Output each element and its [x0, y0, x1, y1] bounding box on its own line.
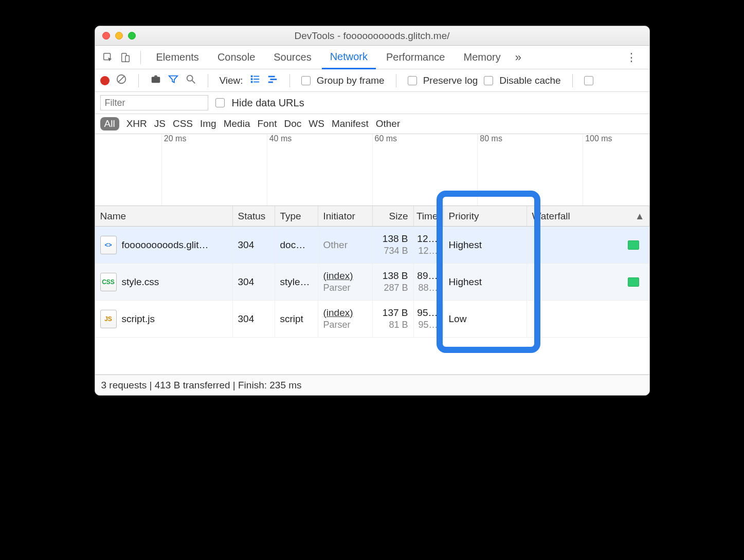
type-filter-other[interactable]: Other — [376, 118, 401, 129]
cell-time: 89…88… — [414, 264, 444, 300]
svg-rect-2 — [125, 55, 129, 62]
type-filter-all[interactable]: All — [100, 117, 119, 130]
type-filter-font[interactable]: Font — [257, 118, 277, 129]
cell-time: 12…12… — [414, 227, 444, 263]
cell-initiator: Other — [318, 227, 373, 263]
col-size[interactable]: Size — [373, 206, 414, 226]
separator — [396, 74, 396, 87]
type-filter-xhr[interactable]: XHR — [126, 118, 147, 129]
svg-rect-12 — [250, 81, 252, 83]
initiator-sub: Parser — [323, 283, 351, 293]
col-status[interactable]: Status — [233, 206, 275, 226]
type-filter-css[interactable]: CSS — [173, 118, 193, 129]
disable-cache-checkbox[interactable] — [484, 76, 493, 85]
network-body: 20 ms40 ms60 ms80 ms100 ms Name Status T… — [95, 134, 649, 375]
type-filter-doc[interactable]: Doc — [284, 118, 301, 129]
cell-priority: Highest — [444, 264, 527, 300]
cell-type: style… — [275, 264, 318, 300]
svg-rect-9 — [253, 76, 259, 77]
cell-type: script — [275, 301, 318, 337]
cell-waterfall — [527, 227, 649, 263]
window-title: DevTools - fooooooooods.glitch.me/ — [95, 30, 649, 42]
table-header: Name Status Type Initiator Size Time Pri… — [95, 206, 649, 227]
inspect-element-icon[interactable] — [100, 50, 116, 65]
tab-memory[interactable]: Memory — [456, 46, 509, 69]
tabs-overflow-button[interactable]: » — [511, 51, 525, 64]
type-filter-img[interactable]: Img — [200, 118, 216, 129]
cell-name: CSSstyle.css — [95, 264, 233, 300]
cell-initiator: (index)Parser — [318, 301, 373, 337]
col-type[interactable]: Type — [275, 206, 318, 226]
record-button[interactable] — [100, 76, 110, 85]
cell-status: 304 — [233, 227, 275, 263]
file-name: style.css — [122, 276, 159, 288]
file-doc-icon: <> — [100, 236, 117, 254]
titlebar: DevTools - fooooooooods.glitch.me/ — [95, 26, 649, 46]
col-waterfall[interactable]: Waterfall ▲ — [527, 206, 649, 226]
col-priority[interactable]: Priority — [444, 206, 527, 226]
svg-rect-8 — [250, 76, 252, 78]
svg-line-7 — [192, 81, 195, 84]
svg-rect-11 — [253, 79, 259, 80]
table-row[interactable]: <>fooooooooods.glit…304doc…Other138 B734… — [95, 227, 649, 264]
svg-line-4 — [118, 76, 124, 83]
file-name: script.js — [122, 313, 155, 325]
overview-timeline[interactable]: 20 ms40 ms60 ms80 ms100 ms — [95, 134, 649, 206]
cell-status: 304 — [233, 264, 275, 300]
type-filter-ws[interactable]: WS — [309, 118, 324, 129]
tab-elements[interactable]: Elements — [148, 46, 207, 69]
col-initiator[interactable]: Initiator — [318, 206, 373, 226]
type-filter-js[interactable]: JS — [154, 118, 166, 129]
hide-data-urls-checkbox[interactable] — [215, 98, 225, 107]
preserve-log-label: Preserve log — [423, 75, 478, 86]
cell-status: 304 — [233, 301, 275, 337]
col-name[interactable]: Name — [95, 206, 233, 226]
tab-network[interactable]: Network — [322, 46, 376, 69]
settings-menu-icon[interactable]: ⋮ — [620, 51, 644, 64]
svg-rect-16 — [268, 82, 273, 83]
tab-console[interactable]: Console — [209, 46, 263, 69]
cell-size: 137 B81 B — [373, 301, 414, 337]
waterfall-view-icon[interactable] — [267, 73, 278, 87]
initiator-link[interactable]: (index) — [323, 270, 353, 282]
cell-name: <>fooooooooods.glit… — [95, 227, 233, 263]
svg-rect-14 — [268, 76, 275, 78]
table-row-empty — [95, 338, 649, 375]
svg-rect-15 — [270, 79, 277, 80]
tab-sources[interactable]: Sources — [265, 46, 319, 69]
large-rows-icon[interactable] — [249, 73, 261, 87]
file-name: fooooooooods.glit… — [122, 239, 209, 251]
device-toolbar-icon[interactable] — [118, 50, 133, 65]
table-row[interactable]: CSSstyle.css304style…(index)Parser138 B2… — [95, 264, 649, 301]
initiator-link[interactable]: (index) — [323, 307, 353, 319]
timeline-tick: 40 ms — [267, 134, 292, 206]
preserve-log-checkbox[interactable] — [408, 76, 417, 85]
cell-waterfall — [527, 301, 649, 337]
col-time[interactable]: Time — [414, 206, 444, 226]
waterfall-bar — [628, 240, 639, 250]
file-css-icon: CSS — [100, 273, 117, 291]
resource-type-filters: AllXHRJSCSSImgMediaFontDocWSManifestOthe… — [95, 114, 649, 134]
cell-priority: Low — [444, 301, 527, 337]
type-filter-manifest[interactable]: Manifest — [332, 118, 369, 129]
filter-input[interactable] — [100, 95, 208, 110]
waterfall-bar — [628, 277, 639, 287]
tab-performance[interactable]: Performance — [378, 46, 453, 69]
cell-initiator: (index)Parser — [318, 264, 373, 300]
table-row[interactable]: JSscript.js304script(index)Parser137 B81… — [95, 301, 649, 338]
svg-point-6 — [187, 76, 192, 81]
cell-time: 95…95… — [414, 301, 444, 337]
separator — [140, 51, 141, 64]
filter-toggle-icon[interactable] — [168, 73, 179, 87]
group-by-frame-checkbox[interactable] — [301, 76, 311, 85]
svg-rect-13 — [253, 82, 259, 83]
separator — [138, 74, 139, 87]
status-bar: 3 requests | 413 B transferred | Finish:… — [95, 375, 649, 395]
offline-checkbox[interactable] — [584, 76, 593, 85]
search-icon[interactable] — [185, 73, 196, 87]
type-filter-media[interactable]: Media — [224, 118, 250, 129]
view-label: View: — [220, 75, 243, 86]
timeline-tick: 20 ms — [161, 134, 187, 206]
screenshot-icon[interactable] — [150, 73, 161, 87]
clear-button[interactable] — [116, 73, 127, 87]
